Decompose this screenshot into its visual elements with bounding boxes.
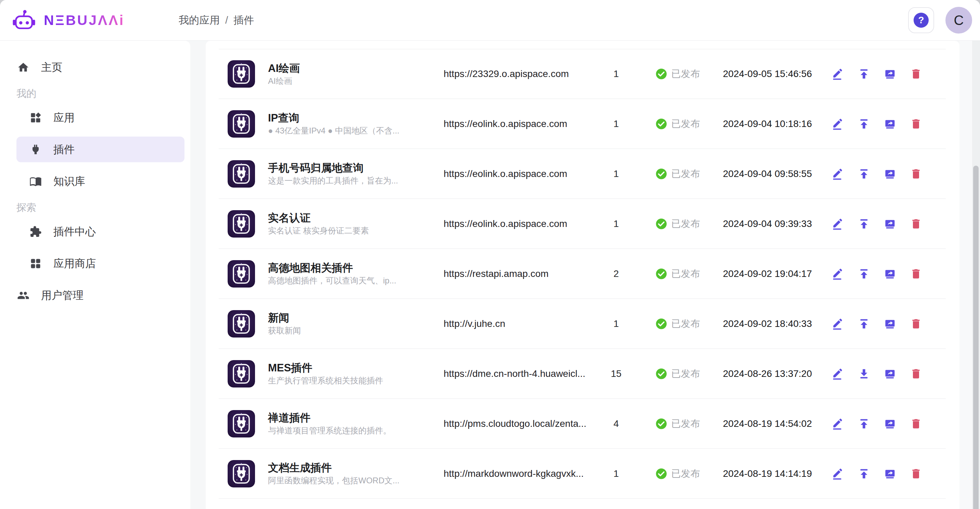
edit-icon [832,318,844,330]
plugin-title: 高德地图相关插件 [268,261,396,275]
upload-button[interactable] [858,418,870,430]
question-mark-icon: ? [913,13,929,28]
delete-button[interactable] [910,118,922,130]
plug-icon [29,143,43,156]
plugin-name-text: IP查询● 43亿全量IPv4 ● 中国地区（不含... [268,111,399,136]
plugin-name-text: AI绘画AI绘画 [268,62,300,87]
sidebar-item-label: 插件 [53,142,75,157]
delete-button[interactable] [910,68,922,80]
upload-button[interactable] [858,68,870,80]
plugin-title: 新闻 [268,311,301,325]
edit-icon [832,168,844,180]
share-button[interactable] [884,218,896,230]
share-button[interactable] [884,68,896,80]
edit-button[interactable] [832,218,844,230]
edit-button[interactable] [832,418,844,430]
share-icon [884,68,896,80]
sidebar-item-knowledge-base[interactable]: 知识库 [16,169,185,194]
table-row: AI绘画AI绘画https://23329.o.apispace.com1已发布… [219,49,946,99]
plugin-count: 4 [596,418,637,429]
delete-button[interactable] [910,218,922,230]
plugin-tile-icon [228,160,255,188]
status-badge: 已发布 [671,417,700,430]
row-actions [808,168,946,180]
upload-icon [858,468,870,480]
plugin-description: 实名认证 核实身份证二要素 [268,225,369,236]
status-cell: 已发布 [637,467,719,480]
sidebar-item-plugins[interactable]: 插件 [16,137,185,162]
plugin-count: 1 [596,118,637,129]
check-circle-icon [655,68,667,80]
check-circle-icon [655,468,667,480]
table-row: IP查询● 43亿全量IPv4 ● 中国地区（不含...https://eoli… [219,99,946,149]
edit-icon [832,268,844,280]
edit-button[interactable] [832,118,844,130]
edit-button[interactable] [832,268,844,280]
delete-button[interactable] [910,268,922,280]
edit-button[interactable] [832,318,844,330]
plugin-count: 1 [596,68,637,80]
delete-icon [910,168,922,180]
updated-timestamp: 2024-09-04 09:58:55 [719,169,808,179]
app-window: NΞBUJΛΛi 我的应用 / 插件 ? C 主页我的应用插件知识库探索插件中心… [0,0,980,509]
help-button[interactable]: ? [908,7,934,33]
sidebar-item-home[interactable]: 主页 [16,54,185,80]
table-row: 禅道插件与禅道项目管理系统连接的插件。http://pms.cloudtogo.… [219,399,946,449]
upload-button[interactable] [858,468,870,480]
sidebar-item-label: 知识库 [53,174,85,189]
check-circle-icon [655,118,667,130]
plugin-tile-icon [228,60,255,87]
scrollbar-track[interactable] [972,41,980,509]
sidebar-item-plugin-center[interactable]: 插件中心 [16,219,185,244]
delete-button[interactable] [910,367,922,380]
sidebar-item-apps[interactable]: 应用 [16,105,185,130]
share-button[interactable] [884,367,896,380]
delete-icon [910,418,922,430]
user-avatar[interactable]: C [945,7,972,33]
updated-timestamp: 2024-08-19 14:54:02 [719,418,808,429]
row-actions [808,468,946,480]
upload-button[interactable] [858,168,870,180]
upload-icon [858,318,870,330]
plugin-url: https://eolink.o.apispace.com [438,218,596,229]
sidebar-item-app-store[interactable]: 应用商店 [16,251,185,276]
table-row: 新闻获取新闻http://v.juhe.cn1已发布2024-09-02 18:… [219,299,946,349]
scrollbar-thumb[interactable] [973,166,978,509]
delete-button[interactable] [910,468,922,480]
upload-button[interactable] [858,218,870,230]
plugin-name-text: 新闻获取新闻 [268,311,301,336]
home-icon [16,60,30,74]
share-button[interactable] [884,318,896,330]
brand-logo[interactable]: NΞBUJΛΛi [12,10,179,31]
share-icon [884,418,896,430]
delete-button[interactable] [910,318,922,330]
breadcrumb-parent[interactable]: 我的应用 [179,13,220,27]
check-circle-icon [655,368,667,380]
edit-button[interactable] [832,367,844,380]
sidebar-item-user-management[interactable]: 用户管理 [16,282,185,308]
plugin-description: AI绘画 [268,75,300,87]
download-button[interactable] [858,367,870,380]
upload-button[interactable] [858,318,870,330]
plugin-title: AI绘画 [268,62,300,75]
plugin-name-cell: IP查询● 43亿全量IPv4 ● 中国地区（不含... [219,110,438,138]
share-button[interactable] [884,118,896,130]
grid-icon [29,257,43,270]
share-button[interactable] [884,268,896,280]
delete-button[interactable] [910,418,922,430]
row-actions [808,367,946,380]
upload-button[interactable] [858,268,870,280]
sidebar-section-explore-label: 探索 [16,202,185,213]
delete-icon [910,68,922,80]
updated-timestamp: 2024-09-05 15:46:56 [719,68,808,80]
share-button[interactable] [884,468,896,480]
delete-button[interactable] [910,168,922,180]
upload-button[interactable] [858,118,870,130]
edit-button[interactable] [832,68,844,80]
edit-button[interactable] [832,468,844,480]
share-button[interactable] [884,418,896,430]
delete-icon [910,318,922,330]
edit-button[interactable] [832,168,844,180]
plugin-description: 与禅道项目管理系统连接的插件。 [268,425,391,436]
share-button[interactable] [884,168,896,180]
